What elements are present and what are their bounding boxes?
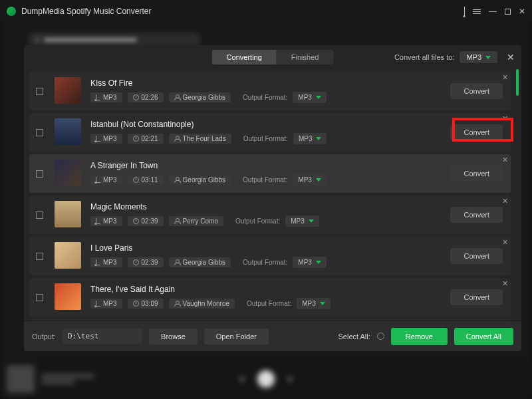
user-icon xyxy=(174,136,180,142)
track-row[interactable]: KIss Of FireMP302:26Georgia GibbsOutput … xyxy=(29,72,511,110)
duration-chip: 03:11 xyxy=(128,175,164,185)
remove-track-button[interactable]: ✕ xyxy=(502,73,508,82)
minimize-button[interactable]: — xyxy=(489,7,497,16)
remove-track-button[interactable]: ✕ xyxy=(502,156,508,164)
clock-icon xyxy=(133,136,139,142)
output-format-select[interactable]: MP3 xyxy=(293,92,327,103)
track-title: KIss Of Fire xyxy=(90,78,504,88)
output-format-select[interactable]: MP3 xyxy=(293,133,327,144)
browse-button[interactable]: Browse xyxy=(149,329,198,344)
chevron-down-icon xyxy=(309,219,314,223)
user-icon xyxy=(174,94,180,100)
convert-button[interactable]: Convert xyxy=(450,289,503,305)
track-row[interactable]: If I Knew You Were Comin' I'd've Baked a… xyxy=(29,319,511,321)
convert-button[interactable]: Convert xyxy=(450,124,503,140)
tab-converting[interactable]: Converting xyxy=(212,50,277,65)
select-all-label: Select All: xyxy=(338,332,370,340)
global-format-select[interactable]: MP3 xyxy=(460,51,497,63)
app-logo-icon xyxy=(7,7,16,16)
album-cover xyxy=(55,118,81,145)
output-format-select[interactable]: MP3 xyxy=(293,174,327,186)
track-checkbox[interactable] xyxy=(36,253,43,260)
track-title: Istanbul (Not Constantinople) xyxy=(90,120,504,129)
output-format-select[interactable]: MP3 xyxy=(293,257,327,268)
duration-chip: 02:21 xyxy=(128,134,164,144)
output-format-label: Output Format: xyxy=(235,217,280,225)
music-icon[interactable] xyxy=(464,7,465,16)
remove-track-button[interactable]: ✕ xyxy=(502,279,508,288)
track-title: There, I've Said It Again xyxy=(90,285,504,294)
scrollbar-thumb[interactable] xyxy=(516,69,519,96)
close-modal-button[interactable]: ✕ xyxy=(507,52,515,63)
convert-all-label: Convert all files to: xyxy=(394,53,454,61)
source-format-chip: MP3 xyxy=(90,134,122,144)
clock-icon xyxy=(133,94,139,100)
footer-bar: Output: Browse Open Folder Select All: R… xyxy=(24,321,521,351)
track-row[interactable]: Magic MomentsMP302:39Perry ComoOutput Fo… xyxy=(29,196,511,234)
remove-track-button[interactable]: ✕ xyxy=(502,238,508,247)
track-checkbox[interactable] xyxy=(36,294,43,301)
output-format-select[interactable]: MP3 xyxy=(285,215,319,227)
album-cover xyxy=(55,77,81,104)
chevron-down-icon xyxy=(316,261,321,264)
duration-chip: 02:26 xyxy=(128,92,164,102)
source-format-chip: MP3 xyxy=(90,257,122,267)
album-cover xyxy=(55,242,81,269)
convert-button[interactable]: Convert xyxy=(450,207,503,223)
artist-chip: Perry Como xyxy=(169,216,223,226)
menu-icon[interactable] xyxy=(473,9,481,14)
album-cover xyxy=(55,283,81,310)
source-format-chip: MP3 xyxy=(90,92,122,102)
artist-chip: Georgia Gibbs xyxy=(169,92,231,102)
track-title: A Stranger In Town xyxy=(90,161,504,170)
tab-finished[interactable]: Finished xyxy=(277,50,334,65)
convert-button[interactable]: Convert xyxy=(450,83,503,99)
source-format-chip: MP3 xyxy=(90,216,122,226)
note-icon xyxy=(96,177,100,183)
remove-track-button[interactable]: ✕ xyxy=(502,114,508,123)
output-format-label: Output Format: xyxy=(243,259,287,266)
output-format-select[interactable]: MP3 xyxy=(297,298,331,309)
duration-chip: 02:39 xyxy=(128,216,164,226)
source-format-chip: MP3 xyxy=(90,175,122,185)
convert-button[interactable]: Convert xyxy=(450,166,503,182)
note-icon xyxy=(96,94,100,100)
note-icon xyxy=(96,301,100,307)
track-checkbox[interactable] xyxy=(36,129,43,136)
track-row[interactable]: Istanbul (Not Constantinople)MP302:21The… xyxy=(29,113,511,152)
duration-chip: 03:09 xyxy=(128,299,164,309)
maximize-button[interactable] xyxy=(505,9,511,15)
chevron-down-icon xyxy=(316,137,321,140)
note-icon xyxy=(96,136,100,142)
output-path-input[interactable] xyxy=(63,329,142,344)
track-title: Magic Moments xyxy=(90,202,504,211)
output-format-label: Output Format: xyxy=(243,176,287,184)
converter-modal: Converting Finished Convert all files to… xyxy=(24,45,521,351)
track-row[interactable]: I Love ParisMP302:39Georgia GibbsOutput … xyxy=(29,237,511,275)
close-window-button[interactable]: ✕ xyxy=(519,7,525,16)
artist-chip: The Four Lads xyxy=(169,134,231,144)
remove-button[interactable]: Remove xyxy=(391,328,448,345)
track-checkbox[interactable] xyxy=(36,211,43,219)
convert-all-button[interactable]: Convert All xyxy=(454,328,513,345)
artist-chip: Georgia Gibbs xyxy=(169,257,231,267)
track-checkbox[interactable] xyxy=(36,170,43,178)
track-checkbox[interactable] xyxy=(36,88,43,95)
output-format-label: Output Format: xyxy=(247,300,291,307)
album-cover xyxy=(55,160,81,186)
chevron-down-icon xyxy=(320,302,325,305)
track-row[interactable]: A Stranger In TownMP303:11Georgia GibbsO… xyxy=(29,154,511,193)
artist-chip: Vaughn Monroe xyxy=(169,299,235,309)
chevron-down-icon xyxy=(316,178,321,182)
clock-icon xyxy=(133,177,139,183)
track-row[interactable]: There, I've Said It AgainMP303:09Vaughn … xyxy=(29,278,511,317)
note-icon xyxy=(96,259,100,265)
clock-icon xyxy=(133,301,139,307)
convert-button[interactable]: Convert xyxy=(450,248,503,264)
remove-track-button[interactable]: ✕ xyxy=(502,197,508,205)
select-all-toggle[interactable] xyxy=(377,332,384,340)
duration-chip: 02:39 xyxy=(128,257,164,267)
chevron-down-icon xyxy=(485,56,491,59)
open-folder-button[interactable]: Open Folder xyxy=(204,329,269,344)
chevron-down-icon xyxy=(316,96,321,99)
